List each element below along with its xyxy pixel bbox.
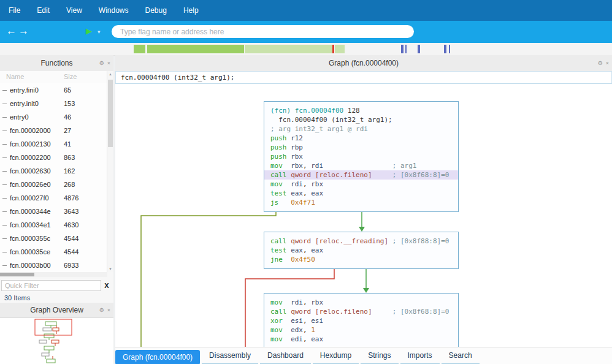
function-row[interactable]: fcn.00002200863 — [0, 151, 107, 164]
asm-line[interactable]: mov rdi, rbx — [270, 298, 452, 307]
asm-line[interactable]: xor esi, esi — [270, 316, 452, 325]
tree-tick-icon — [2, 171, 7, 172]
filter-close-button[interactable]: X — [101, 282, 112, 289]
graph-overview-thumbnail[interactable] — [0, 318, 113, 364]
scroll-up-icon[interactable]: ▲ — [107, 72, 113, 76]
asm-line[interactable]: call qword [reloc.fileno] ; [0x8f68:8]=0 — [270, 307, 452, 316]
function-row[interactable]: fcn.000035ce4544 — [0, 245, 107, 259]
functions-list: entry.fini065entry.init0153entry046fcn.0… — [0, 83, 107, 272]
column-size[interactable]: Size — [64, 73, 77, 80]
function-name: fcn.0000344e — [10, 208, 64, 215]
tab-disassembly[interactable]: Disassembly — [202, 349, 258, 364]
asm-line[interactable]: push r12 — [270, 134, 452, 143]
tree-tick-icon — [2, 211, 7, 212]
overview-panel-title: Graph Overview — [30, 306, 83, 314]
arrowhead-icon — [359, 227, 365, 232]
graph-canvas[interactable]: (fcn) fcn.00004f00 128 fcn.00004f00 (int… — [115, 84, 612, 347]
function-size: 6933 — [64, 262, 78, 269]
graph-block[interactable]: (fcn) fcn.00004f00 128 fcn.00004f00 (int… — [264, 101, 459, 212]
asm-line[interactable]: js 0x4f71 — [270, 198, 452, 207]
memory-map-segment[interactable] — [418, 45, 420, 53]
column-name[interactable]: Name — [6, 73, 24, 80]
function-row[interactable]: fcn.00002630162 — [0, 164, 107, 178]
menu-help[interactable]: Help — [183, 6, 199, 15]
memory-map[interactable] — [0, 43, 612, 56]
tab-strings[interactable]: Strings — [361, 349, 398, 364]
graph-block[interactable]: call qword [reloc.__freading] ; [0x8f88:… — [264, 232, 459, 269]
asm-line[interactable]: mov rdi, rbx — [270, 180, 452, 189]
asm-line[interactable]: mov rbx, rdi ; arg1 — [270, 161, 452, 170]
tab-search[interactable]: Search — [442, 349, 480, 364]
scroll-down-icon[interactable]: ▼ — [107, 267, 113, 271]
memory-map-segment[interactable] — [332, 45, 334, 53]
function-row[interactable]: fcn.0000200027 — [0, 124, 107, 137]
function-size: 863 — [64, 154, 75, 161]
function-row[interactable]: fcn.000026e0268 — [0, 178, 107, 191]
tab-hexdump[interactable]: Hexdump — [313, 349, 359, 364]
asm-line[interactable]: push rbx — [270, 152, 452, 161]
address-search-input[interactable] — [112, 25, 414, 38]
function-row[interactable]: fcn.0000355c4544 — [0, 232, 107, 245]
memory-map-segment[interactable] — [444, 45, 446, 53]
asm-line[interactable]: (fcn) fcn.00004f00 128 — [270, 106, 452, 115]
asm-line[interactable]: ; arg int32_t arg1 @ rdi — [270, 124, 452, 134]
menu-file[interactable]: File — [9, 6, 20, 15]
gear-icon[interactable]: ⚙ — [99, 307, 104, 313]
forward-arrow-icon: → — [18, 25, 29, 37]
function-size: 162 — [64, 167, 75, 175]
scroll-thumb[interactable] — [108, 80, 113, 147]
asm-line[interactable]: push rbp — [270, 143, 452, 152]
asm-line[interactable]: call qword [reloc.fileno] ; [0x8f68:8]=0 — [264, 170, 458, 180]
gear-icon[interactable]: ⚙ — [598, 60, 603, 66]
asm-line[interactable]: mov edx, 1 — [270, 325, 452, 335]
menu-debug[interactable]: Debug — [145, 6, 167, 15]
asm-line[interactable]: jne 0x4f50 — [270, 255, 452, 264]
menu-edit[interactable]: Edit — [37, 6, 50, 15]
asm-line[interactable]: test eax, eax — [270, 246, 452, 255]
close-icon[interactable]: × — [107, 307, 110, 313]
close-icon[interactable]: × — [606, 60, 609, 66]
memory-map-segment[interactable] — [134, 45, 145, 53]
function-row[interactable]: entry.init0153 — [0, 97, 107, 110]
memory-map-segment[interactable] — [147, 45, 244, 53]
memory-map-segment[interactable] — [335, 45, 345, 53]
function-row[interactable]: entry046 — [0, 110, 107, 124]
memory-map-segment[interactable] — [405, 45, 407, 53]
asm-line[interactable]: call qword [reloc.__freading] ; [0x8f88:… — [270, 237, 452, 246]
function-name: fcn.00002630 — [10, 167, 64, 175]
memory-map-segment[interactable] — [245, 45, 332, 53]
asm-line[interactable]: test eax, eax — [270, 189, 452, 198]
function-name: entry.fini0 — [10, 86, 64, 94]
function-row[interactable]: fcn.0000344e3643 — [0, 205, 107, 218]
quick-filter-input[interactable] — [1, 280, 101, 291]
close-icon[interactable]: × — [107, 60, 110, 66]
tab-graph-fcn-00004f00[interactable]: Graph (fcn.00004f00) — [115, 350, 200, 364]
asm-line[interactable]: mov edi, eax — [270, 335, 452, 344]
back-button[interactable]: ← — [6, 26, 17, 37]
asm-line[interactable]: fcn.00004f00 (int32_t arg1); — [270, 115, 452, 124]
gear-icon[interactable]: ⚙ — [99, 60, 104, 66]
function-row[interactable]: fcn.0000213041 — [0, 137, 107, 151]
functions-vscrollbar[interactable]: ▲ ▼ — [107, 71, 113, 272]
function-size: 41 — [64, 140, 71, 148]
function-row[interactable]: fcn.000027f04876 — [0, 191, 107, 205]
left-panel: Functions ⚙ × Name Size entry.fini065ent… — [0, 55, 113, 364]
function-row[interactable]: fcn.00003b006933 — [0, 259, 107, 272]
functions-column-header[interactable]: Name Size — [0, 71, 107, 84]
function-row[interactable]: fcn.000034e14630 — [0, 218, 107, 232]
run-button[interactable]: ▶ — [86, 27, 92, 36]
tab-dashboard[interactable]: Dashboard — [260, 349, 311, 364]
tab-imports[interactable]: Imports — [400, 349, 440, 364]
graph-overview-canvas[interactable] — [0, 317, 113, 364]
forward-button[interactable]: → — [18, 26, 29, 37]
menu-windows[interactable]: Windows — [99, 6, 129, 15]
memory-map-segment[interactable] — [449, 45, 450, 53]
graph-block[interactable]: mov rdi, rbxcall qword [reloc.fileno] ; … — [264, 293, 459, 347]
run-dropdown[interactable]: ▾ — [98, 29, 101, 35]
function-row[interactable]: entry.fini065 — [0, 83, 107, 97]
hscroll-thumb[interactable] — [0, 273, 34, 276]
memory-map-segment[interactable] — [401, 45, 404, 53]
functions-hscrollbar[interactable] — [0, 272, 107, 277]
function-name: fcn.00002130 — [10, 140, 64, 148]
menu-view[interactable]: View — [66, 6, 82, 15]
